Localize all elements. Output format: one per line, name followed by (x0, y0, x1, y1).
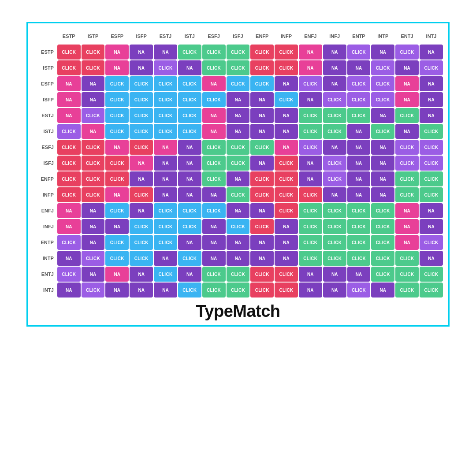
cell-ISTP-ISTP[interactable]: CLICK (82, 60, 105, 75)
cell-ESTP-ISFJ[interactable]: CLICK (227, 45, 250, 60)
cell-ISTJ-ISTJ[interactable]: CLICK (178, 124, 201, 139)
cell-ENTP-INTP[interactable]: CLICK (371, 235, 394, 250)
cell-ENFP-INFJ[interactable]: CLICK (323, 171, 346, 186)
cell-INFJ-INFJ[interactable]: CLICK (323, 219, 346, 234)
cell-ISTP-ISFJ[interactable]: CLICK (227, 60, 250, 75)
cell-ENTJ-INTP[interactable]: CLICK (371, 267, 394, 282)
cell-ENTJ-ESFJ[interactable]: CLICK (202, 267, 226, 282)
cell-INTJ-INFP[interactable]: CLICK (275, 283, 298, 298)
cell-ESFJ-ENFJ[interactable]: CLICK (299, 140, 322, 155)
cell-ENTP-INTJ[interactable]: CLICK (420, 235, 443, 250)
cell-ESTJ-ISTP[interactable]: CLICK (82, 108, 105, 123)
cell-ENFJ-INFP[interactable]: CLICK (275, 203, 298, 218)
cell-ESFP-ISFP[interactable]: CLICK (130, 76, 153, 91)
cell-INFP-ENFP[interactable]: CLICK (250, 187, 274, 202)
cell-INFP-ISTP[interactable]: CLICK (82, 187, 105, 202)
cell-ESFP-ESFP[interactable]: CLICK (105, 76, 129, 91)
cell-INFP-INTJ[interactable]: CLICK (420, 187, 443, 202)
cell-ISFP-INFP[interactable]: CLICK (275, 92, 298, 107)
cell-ENFP-ISTP[interactable]: CLICK (82, 171, 105, 186)
cell-ESFJ-ESFJ[interactable]: CLICK (202, 140, 226, 155)
cell-ENFJ-ENFJ[interactable]: CLICK (299, 203, 322, 218)
cell-ENFJ-INFJ[interactable]: CLICK (323, 203, 346, 218)
cell-ESTJ-INFJ[interactable]: CLICK (323, 108, 346, 123)
cell-ISFJ-ESFP[interactable]: CLICK (105, 156, 129, 171)
cell-ESTP-ENTP[interactable]: CLICK (347, 45, 371, 60)
cell-INFP-ENTJ[interactable]: CLICK (395, 187, 419, 202)
cell-INFJ-ISFP[interactable]: CLICK (130, 219, 153, 234)
cell-ENTJ-ESTP[interactable]: CLICK (57, 267, 81, 282)
cell-INFJ-ENFJ[interactable]: CLICK (299, 219, 322, 234)
cell-ISTP-ESFJ[interactable]: CLICK (202, 60, 226, 75)
cell-ISFJ-ESFJ[interactable]: CLICK (202, 156, 226, 171)
cell-INFP-INFP[interactable]: CLICK (275, 187, 298, 202)
cell-ENFP-ENTJ[interactable]: CLICK (395, 171, 419, 186)
cell-ISTJ-ESTP[interactable]: CLICK (57, 124, 81, 139)
cell-ESFP-INTP[interactable]: CLICK (371, 76, 394, 91)
cell-ENFP-INFP[interactable]: CLICK (275, 171, 298, 186)
cell-ENTJ-INTJ[interactable]: CLICK (420, 267, 443, 282)
cell-ESTP-ESFJ[interactable]: CLICK (202, 45, 226, 60)
cell-ISTJ-INFJ[interactable]: CLICK (323, 124, 346, 139)
cell-ISFP-ESTJ[interactable]: CLICK (154, 92, 177, 107)
cell-INTJ-ISTJ[interactable]: CLICK (178, 283, 201, 298)
cell-ENTP-ENFJ[interactable]: CLICK (299, 235, 322, 250)
cell-ISTJ-INTJ[interactable]: CLICK (420, 124, 443, 139)
cell-ENFP-ESFP[interactable]: CLICK (105, 171, 129, 186)
cell-ENFP-ESFJ[interactable]: CLICK (202, 171, 226, 186)
cell-INFP-ENFJ[interactable]: CLICK (299, 187, 322, 202)
cell-INFJ-ISTJ[interactable]: CLICK (178, 219, 201, 234)
cell-ESTP-INFP[interactable]: CLICK (275, 45, 298, 60)
cell-ESFJ-ISFJ[interactable]: CLICK (227, 140, 250, 155)
cell-ISTP-ESTP[interactable]: CLICK (57, 60, 81, 75)
cell-ISFJ-INTJ[interactable]: CLICK (420, 156, 443, 171)
cell-ENTP-ESFP[interactable]: CLICK (105, 235, 129, 250)
cell-ESTJ-ENFJ[interactable]: CLICK (299, 108, 322, 123)
cell-ISFJ-INFJ[interactable]: CLICK (323, 156, 346, 171)
cell-ISFP-INTP[interactable]: CLICK (371, 92, 394, 107)
cell-INTP-ENTP[interactable]: CLICK (347, 251, 371, 266)
cell-ISTP-INTP[interactable]: CLICK (371, 60, 394, 75)
cell-INFJ-ENTP[interactable]: CLICK (347, 219, 371, 234)
cell-INFJ-INTP[interactable]: CLICK (371, 219, 394, 234)
cell-ENTJ-ISFJ[interactable]: CLICK (227, 267, 250, 282)
cell-ESFP-ENTP[interactable]: CLICK (347, 76, 371, 91)
cell-ENFJ-INTP[interactable]: CLICK (371, 203, 394, 218)
cell-INTP-INFJ[interactable]: CLICK (323, 251, 346, 266)
cell-ENFP-ENFP[interactable]: CLICK (250, 171, 274, 186)
cell-ISTJ-ENFJ[interactable]: CLICK (299, 124, 322, 139)
cell-ENFP-INTJ[interactable]: CLICK (420, 171, 443, 186)
cell-INTJ-ESFJ[interactable]: CLICK (202, 283, 226, 298)
cell-ESTP-ENTJ[interactable]: CLICK (395, 45, 419, 60)
cell-ESTP-ENFP[interactable]: CLICK (250, 45, 274, 60)
cell-ESTJ-ENTP[interactable]: CLICK (347, 108, 371, 123)
cell-ESTJ-ESFP[interactable]: CLICK (105, 108, 129, 123)
cell-INTP-INTP[interactable]: CLICK (371, 251, 394, 266)
cell-INTJ-ENFP[interactable]: CLICK (250, 283, 274, 298)
cell-ESFP-ISFJ[interactable]: CLICK (227, 76, 250, 91)
cell-INFJ-ESTJ[interactable]: CLICK (154, 219, 177, 234)
cell-INFJ-ISFJ[interactable]: CLICK (227, 219, 250, 234)
cell-INTP-ENTJ[interactable]: CLICK (395, 251, 419, 266)
cell-ESTP-ESTP[interactable]: CLICK (57, 45, 81, 60)
cell-ESTJ-ESTJ[interactable]: CLICK (154, 108, 177, 123)
cell-ISTP-ENFP[interactable]: CLICK (250, 60, 274, 75)
cell-ISTP-INTJ[interactable]: CLICK (420, 60, 443, 75)
cell-INFJ-ENFP[interactable]: CLICK (250, 219, 274, 234)
cell-INTJ-ENTJ[interactable]: CLICK (395, 283, 419, 298)
cell-ISFJ-INFP[interactable]: CLICK (275, 156, 298, 171)
cell-INTP-ISFP[interactable]: CLICK (130, 251, 153, 266)
cell-ESFJ-INTJ[interactable]: CLICK (420, 140, 443, 155)
cell-ISFP-ESFJ[interactable]: CLICK (202, 92, 226, 107)
cell-ISFJ-ENTJ[interactable]: CLICK (395, 156, 419, 171)
cell-ESFP-ENFJ[interactable]: CLICK (299, 76, 322, 91)
cell-ENTP-ESTJ[interactable]: CLICK (154, 235, 177, 250)
cell-ESTP-ISTJ[interactable]: CLICK (178, 45, 201, 60)
cell-ESTP-ISTP[interactable]: CLICK (82, 45, 105, 60)
cell-ENTJ-ESTJ[interactable]: CLICK (154, 267, 177, 282)
cell-ENTJ-INFP[interactable]: CLICK (275, 267, 298, 282)
cell-ESFJ-ENFP[interactable]: CLICK (250, 140, 274, 155)
cell-ISTJ-ESTJ[interactable]: CLICK (154, 124, 177, 139)
cell-ISTP-INFP[interactable]: CLICK (275, 60, 298, 75)
cell-ENFJ-ESTJ[interactable]: CLICK (154, 203, 177, 218)
